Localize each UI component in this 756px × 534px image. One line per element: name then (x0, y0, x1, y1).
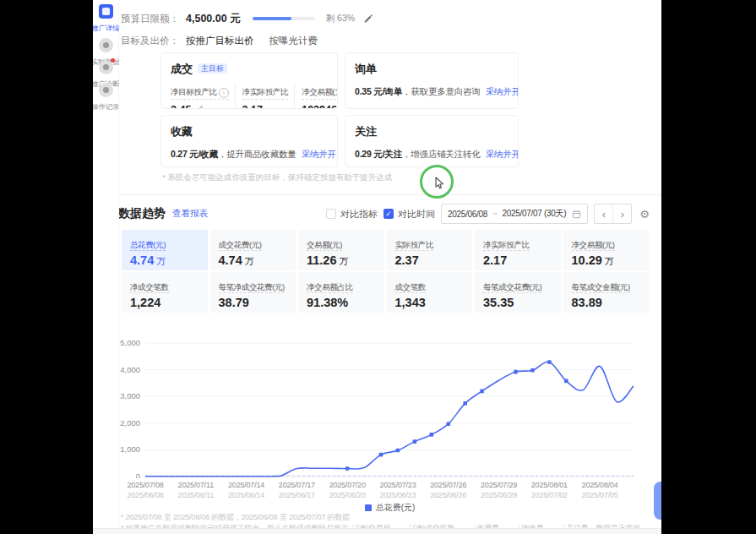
metric-tile-label: 成交花费(元) (219, 241, 262, 251)
metric-tile-11[interactable]: 每笔成交花费(元)35.350.00 (475, 272, 561, 313)
metric-tile-5[interactable]: 净实际投产比2.170.00 (475, 230, 561, 270)
metric-tile-9[interactable]: 净交易额占比91.38%0.00% (298, 272, 384, 313)
primary-goal-badge: 主目标 (198, 63, 227, 74)
metric-tile-compare-value: 0.00 (572, 270, 641, 270)
metric-tile-label: 净交易额(元) (572, 241, 615, 251)
metric-tile-value: 1,224 (130, 296, 199, 309)
trend-header: 数据趋势 查看报表 对比指标 对比时间 2025/06/08 ~ 2025/07… (118, 203, 661, 225)
svg-text:4,000: 4,000 (120, 365, 140, 374)
date-range-end: 2025/07/07 (30天) (503, 208, 567, 220)
metric-tile-value: 38.79 (219, 296, 288, 309)
next-period-button[interactable] (612, 204, 631, 223)
edit-goal-icon[interactable] (194, 106, 203, 109)
budget-remaining: 剩 63% (326, 13, 355, 25)
goal-metric-1: 净目标投产比i2.45 (171, 83, 235, 109)
goal-card-4: 关注0.29 元/关注，增强店铺关注转化采纳并开启 (345, 115, 519, 167)
metric-tile-value: 35.35 (483, 296, 552, 309)
metric-tile-compare-value: 0.00% (307, 311, 376, 313)
x-tick-label: 2025/08/04 (570, 481, 629, 489)
adopt-enable-link[interactable]: 采纳并开启 (486, 149, 519, 159)
edit-budget-icon[interactable] (363, 14, 373, 24)
goal-card-title-row: 询单 (355, 61, 509, 77)
goal-card-title-row: 成交主目标 (171, 61, 328, 77)
chart-footnote-1: * 2025/07/08 至 2025/08/06 的数据；2025/06/08… (121, 512, 350, 523)
metric-tile-value: 83.89 (572, 296, 641, 309)
compare-metric-checkbox[interactable] (326, 209, 336, 219)
compare-time-checkbox[interactable] (383, 209, 394, 219)
period-pager (594, 204, 632, 224)
adopt-enable-link[interactable]: 采纳并开启 (302, 149, 338, 159)
section-divider (118, 194, 661, 195)
metric-tile-12[interactable]: 每笔成交金额(元)83.890.00 (563, 272, 650, 313)
date-range-input[interactable]: 2025/06/08 ~ 2025/07/07 (30天) (441, 204, 588, 224)
info-icon[interactable]: i (219, 88, 229, 98)
metric-tile-6[interactable]: 净交易额(元)10.29万0.00 (563, 230, 650, 270)
tab-bid-by-impression[interactable]: 按曝光计费 (269, 35, 318, 47)
metric-tile-compare-value: 0.00 (572, 311, 641, 313)
footer-strip (93, 528, 661, 534)
goal-card-price: 0.35 元/询单 (355, 86, 402, 96)
adopt-enable-link[interactable]: 采纳并开启 (486, 86, 519, 96)
metric-tile-3[interactable]: 交易额(元)11.26万0.00 (298, 230, 384, 270)
metric-tile-unit: 万 (156, 256, 166, 266)
svg-text:3,000: 3,000 (120, 391, 140, 400)
sidebar-item-1[interactable]: 推广详情 (93, 4, 131, 34)
metric-tile-label: 交易额(元) (307, 241, 342, 251)
prev-period-button[interactable] (595, 204, 612, 223)
metric-tile-2[interactable]: 成交花费(元)4.74万0.00 (210, 230, 296, 270)
goal-card-title-row: 收藏 (171, 123, 328, 139)
metric-tile-compare-value: 0.00 (219, 270, 288, 270)
diagnose-icon (99, 60, 113, 74)
goal-card-desc-text: ，获取更多意向咨询 (402, 86, 481, 96)
goal-metric-value: 2.17 (242, 104, 289, 109)
trend-title: 数据趋势 (118, 206, 166, 221)
metric-tile-compare-value: 0 (395, 311, 465, 313)
metric-tile-4[interactable]: 实际投产比2.370.00 (387, 230, 473, 270)
goal-card-2: 询单0.35 元/询单，获取更多意向咨询采纳并开启 (345, 52, 519, 109)
goal-metric-label: 净交易额(元) (302, 87, 338, 100)
campaign-detail-icon (99, 4, 113, 19)
floating-panel-handle[interactable] (654, 482, 661, 520)
settings-gear-icon[interactable] (639, 208, 650, 221)
goal-card-3: 收藏0.27 元/收藏，提升商品收藏数量采纳并开启 (160, 115, 338, 167)
line-chart-svg: 01,0002,0003,0004,0005,000 (118, 323, 649, 478)
svg-text:5,000: 5,000 (120, 338, 140, 347)
tab-bid-by-goal[interactable]: 按推广目标出价 (186, 35, 254, 47)
goal-card-desc: 0.35 元/询单，获取更多意向咨询采纳并开启 (355, 86, 509, 98)
date-range-separator: ~ (492, 210, 498, 219)
metric-tile-10[interactable]: 成交笔数1,3430 (387, 272, 473, 313)
metric-tile-8[interactable]: 每笔净成交花费(元)38.790.00 (210, 272, 296, 313)
metric-tile-compare-value: 0.00 (395, 269, 465, 270)
metric-tile-value: 91.38% (307, 296, 376, 309)
sidebar-item-4[interactable]: 操作记录 (93, 83, 131, 112)
x-tick-compare-label: 2025/07/05 (570, 491, 629, 499)
budget-row: 预算日限额： 4,500.00 元 剩 63% (121, 11, 661, 26)
goal-note: * 系统会尽可能达成你设置的目标，保持稳定投放有助于提升达成 (162, 172, 661, 183)
metric-tile-value: 4.74万 (219, 253, 288, 268)
calendar-icon (572, 210, 581, 219)
goal-metric-label: 净实际投产比 (242, 87, 289, 100)
goal-card-title: 询单 (355, 63, 377, 75)
metric-tile-label: 净成交笔数 (130, 283, 169, 293)
svg-text:2,000: 2,000 (120, 418, 140, 428)
metric-tile-compare-value: 0.00 (130, 270, 199, 270)
metric-tile-compare-value: 0.00 (483, 269, 552, 270)
view-report-link[interactable]: 查看报表 (172, 208, 208, 220)
goal-cards-grid: 成交主目标净目标投产比i2.45净实际投产比2.17净交易额(元)102946.… (160, 52, 661, 167)
goal-card-metrics: 净目标投产比i2.45净实际投产比2.17净交易额(元)102946.60 (171, 83, 328, 109)
svg-text:0: 0 (136, 471, 140, 478)
history-icon (99, 83, 113, 97)
goal-metric-label: 净目标投产比i (171, 87, 229, 100)
budget-slider[interactable] (253, 17, 315, 20)
legend-swatch (365, 504, 372, 511)
metric-tile-compare-value: 0 (130, 311, 199, 313)
goal-card-desc: 0.27 元/收藏，提升商品收藏数量采纳并开启 (171, 149, 328, 161)
realtime-data-icon (99, 38, 113, 52)
metric-tile-value: 10.29万 (572, 253, 641, 268)
metric-tile-label: 总花费(元) (130, 241, 166, 251)
metric-tile-value: 1,343 (395, 296, 465, 309)
bidding-row: 目标及出价： 按推广目标出价 按曝光计费 (121, 34, 661, 48)
sidebar-item-label: 操作记录 (93, 102, 129, 112)
metric-tile-1[interactable]: 总花费(元)4.74万0.00 (122, 230, 208, 270)
metric-tile-7[interactable]: 净成交笔数1,2240 (122, 272, 208, 313)
